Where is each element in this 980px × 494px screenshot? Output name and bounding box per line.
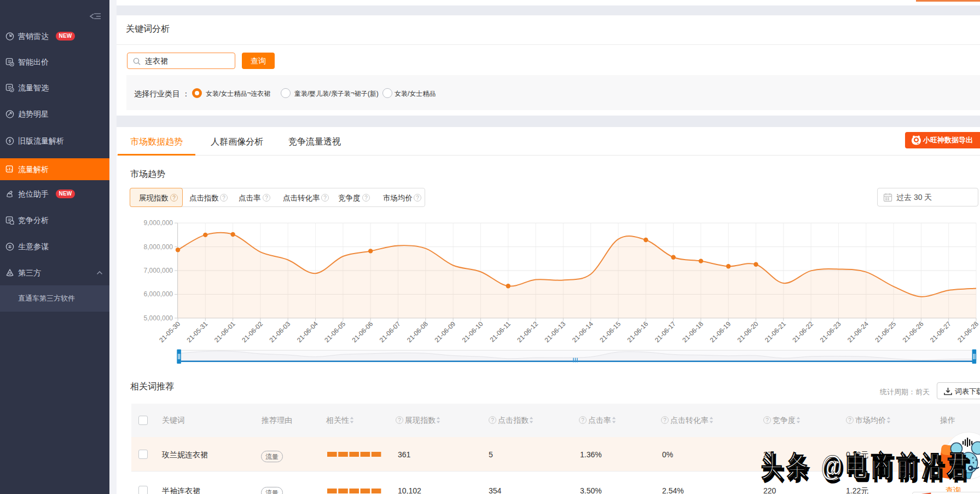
svg-text:21-06-20: 21-06-20 bbox=[736, 320, 760, 344]
svg-text:21-06-04: 21-06-04 bbox=[295, 320, 320, 344]
svg-text:21-06-12: 21-06-12 bbox=[515, 320, 540, 344]
svg-text:21-06-26: 21-06-26 bbox=[901, 320, 925, 344]
svg-text:21-06-23: 21-06-23 bbox=[819, 320, 843, 344]
svg-text:8,000,000: 8,000,000 bbox=[144, 243, 173, 251]
svg-text:6,000,000: 6,000,000 bbox=[144, 290, 173, 298]
svg-text:21-06-14: 21-06-14 bbox=[571, 320, 595, 344]
svg-text:21-06-16: 21-06-16 bbox=[626, 320, 650, 344]
svg-text:21-06-02: 21-06-02 bbox=[240, 320, 264, 344]
svg-text:7,000,000: 7,000,000 bbox=[144, 267, 173, 274]
svg-text:21-06-08: 21-06-08 bbox=[405, 320, 430, 344]
svg-text:21-06-17: 21-06-17 bbox=[653, 320, 677, 344]
svg-text:21-06-25: 21-06-25 bbox=[873, 320, 897, 344]
svg-text:21-06-21: 21-06-21 bbox=[763, 320, 787, 344]
svg-text:21-06-24: 21-06-24 bbox=[846, 320, 870, 344]
svg-text:21-05-31: 21-05-31 bbox=[185, 320, 210, 344]
svg-text:21-06-07: 21-06-07 bbox=[378, 320, 402, 344]
svg-text:21-06-13: 21-06-13 bbox=[543, 320, 567, 344]
svg-text:21-06-27: 21-06-27 bbox=[929, 320, 953, 344]
svg-text:21-06-15: 21-06-15 bbox=[598, 320, 622, 344]
svg-text:21-06-03: 21-06-03 bbox=[268, 320, 292, 344]
svg-text:21-06-22: 21-06-22 bbox=[791, 320, 815, 344]
svg-text:21-06-18: 21-06-18 bbox=[681, 320, 705, 344]
svg-text:21-06-11: 21-06-11 bbox=[489, 320, 512, 343]
svg-text:21-06-09: 21-06-09 bbox=[433, 320, 457, 344]
svg-text:21-06-05: 21-06-05 bbox=[323, 320, 347, 344]
svg-text:21-06-10: 21-06-10 bbox=[461, 320, 485, 344]
svg-text:21-06-28: 21-06-28 bbox=[956, 320, 980, 344]
svg-text:21-05-30: 21-05-30 bbox=[158, 320, 182, 344]
svg-text:21-06-19: 21-06-19 bbox=[708, 320, 732, 344]
svg-text:21-06-01: 21-06-01 bbox=[213, 320, 237, 344]
svg-text:9,000,000: 9,000,000 bbox=[144, 219, 173, 227]
svg-text:5,000,000: 5,000,000 bbox=[144, 314, 173, 322]
svg-text:21-06-06: 21-06-06 bbox=[350, 320, 374, 344]
